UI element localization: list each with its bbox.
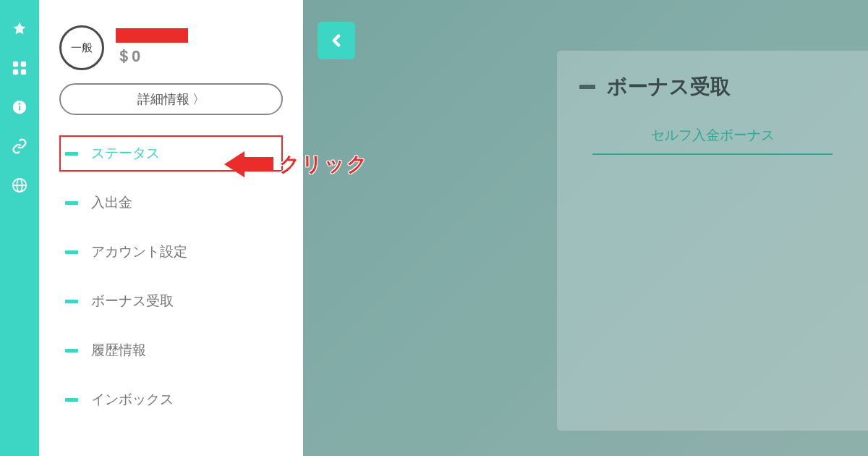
details-button[interactable]: 詳細情報 〉 (59, 83, 283, 115)
menu-dash-icon (65, 201, 78, 205)
menu-item-account-settings[interactable]: アカウント設定 (59, 234, 283, 270)
click-annotation: クリック (224, 151, 369, 178)
details-button-label: 詳細情報 (137, 90, 190, 108)
menu-dash-icon (65, 398, 78, 402)
menu-dash-icon (65, 250, 78, 254)
menu-item-deposit[interactable]: 入出金 (59, 185, 283, 221)
chevron-right-icon: 〉 (192, 90, 205, 108)
link-icon[interactable] (11, 138, 28, 155)
grid-icon[interactable] (11, 59, 28, 77)
menu-dash-icon (65, 300, 78, 303)
balance-amount: ＄0 (116, 46, 188, 67)
menu-label: 履歴情報 (91, 341, 146, 360)
svg-rect-2 (13, 69, 18, 75)
user-header: 一般 ＄0 (59, 25, 283, 70)
card-tab-self-deposit-bonus[interactable]: セルフ入金ボーナス (592, 126, 832, 155)
card-title: ボーナス受取 (607, 73, 731, 101)
menu-item-bonus[interactable]: ボーナス受取 (59, 283, 283, 319)
menu-label: アカウント設定 (91, 242, 187, 261)
svg-rect-5 (19, 106, 20, 110)
svg-rect-0 (13, 62, 18, 67)
menu-label: 入出金 (91, 193, 132, 212)
menu-label: インボックス (91, 390, 174, 409)
menu-item-inbox[interactable]: インボックス (59, 381, 283, 418)
menu-dash-icon (65, 152, 78, 156)
chevron-left-icon (327, 31, 346, 50)
sidebar-panel: 一般 ＄0 詳細情報 〉 ステータス 入出金 アカウント設定 ボーナス受取 履歴… (39, 0, 303, 456)
user-info: ＄0 (116, 28, 188, 67)
medal-icon[interactable] (11, 20, 28, 38)
annotation-text: クリック (279, 151, 369, 178)
icon-rail (0, 0, 39, 456)
main-content: ボーナス受取 セルフ入金ボーナス (303, 0, 868, 456)
menu-dash-icon (65, 349, 78, 352)
svg-point-6 (19, 103, 21, 105)
menu-label: ボーナス受取 (91, 292, 174, 311)
svg-rect-3 (21, 69, 26, 75)
card-header: ボーナス受取 (579, 73, 846, 101)
user-rank-badge: 一般 (59, 25, 104, 70)
menu-item-history[interactable]: 履歴情報 (59, 332, 283, 368)
svg-rect-1 (21, 62, 26, 67)
back-button[interactable] (318, 22, 355, 59)
username-redacted (116, 28, 188, 43)
card-dash-icon (579, 85, 595, 89)
arrow-left-icon (224, 151, 273, 177)
bonus-card: ボーナス受取 セルフ入金ボーナス (557, 51, 868, 431)
globe-icon[interactable] (11, 177, 28, 194)
menu-label: ステータス (91, 144, 160, 163)
info-icon[interactable] (11, 98, 28, 116)
